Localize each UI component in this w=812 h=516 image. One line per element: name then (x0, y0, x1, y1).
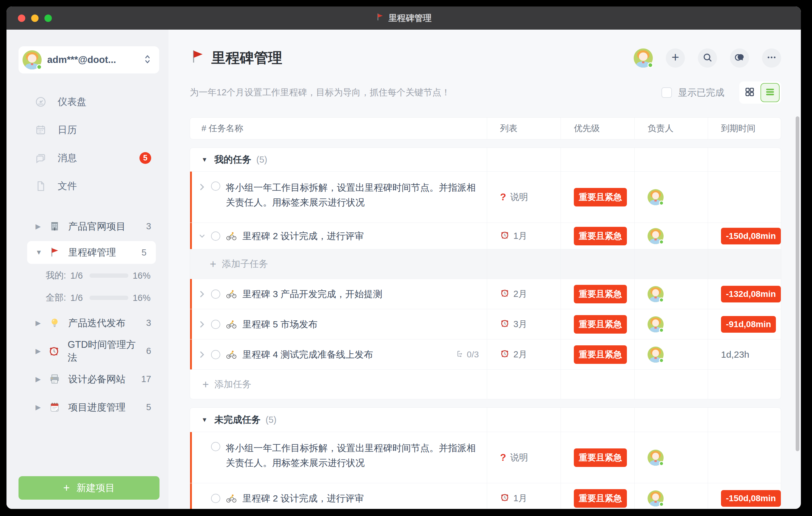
task-row[interactable]: 将小组一年工作目标拆解，设置出里程碑时间节点。并指派相关责任人。用标签来展示进行… (190, 171, 781, 223)
task-row[interactable]: 里程碑 2 设计完成，进行评审 1月 重要且紧急 -150d,08min (190, 223, 781, 249)
chevron-right-icon[interactable] (199, 350, 205, 359)
task-row[interactable]: 里程碑 4 测试完成准备线上发布 0/3 (190, 339, 781, 369)
sidebar-item-dashboard[interactable]: 仪表盘 (6, 88, 169, 116)
new-project-button[interactable]: + 新建项目 (19, 476, 160, 500)
chevron-down-icon[interactable] (199, 233, 205, 239)
progress-bar (89, 296, 128, 300)
minimize-button[interactable] (31, 15, 38, 22)
close-button[interactable] (18, 15, 25, 22)
due-badge: -91d,08min (721, 316, 776, 333)
printer-icon (49, 373, 61, 385)
sidebar-item-files[interactable]: 文件 (6, 172, 169, 200)
grid-icon (745, 87, 755, 98)
sidebar-project-milestone-selected[interactable]: ▼ 里程碑管理 5 (27, 241, 156, 264)
user-avatar[interactable] (634, 49, 653, 67)
task-row[interactable]: 里程碑 3 产品开发完成，开始提测 2月 重要且紧急 -132d,08min (190, 279, 781, 309)
search-button[interactable] (698, 49, 717, 67)
ellipsis-icon (766, 52, 777, 64)
assignee-avatar[interactable] (647, 490, 664, 507)
bulb-icon (49, 317, 61, 329)
task-row[interactable]: 里程碑 5 市场发布 3月 重要且紧急 -91d,08min (190, 309, 781, 339)
grid-view-button[interactable] (741, 84, 759, 102)
due-badge: -150d,08min (721, 228, 781, 245)
expanded-triangle-icon[interactable]: ▼ (201, 156, 208, 163)
sidebar-item-calendar[interactable]: 日历 (6, 116, 169, 144)
list-view-button[interactable] (760, 83, 780, 102)
task-checkbox[interactable] (211, 289, 220, 299)
sidebar-project-design-sites[interactable]: ▶ 设计必备网站 17 (6, 365, 169, 393)
progress-ratio: 1/6 (70, 293, 83, 303)
assignee-avatar[interactable] (647, 347, 664, 363)
task-title: 里程碑 5 市场发布 (242, 317, 317, 332)
chevron-right-icon[interactable] (199, 183, 205, 191)
cyclist-icon (226, 350, 237, 359)
task-checkbox[interactable] (211, 494, 220, 503)
project-count: 5 (146, 402, 151, 412)
more-button[interactable] (762, 49, 781, 67)
collapsed-triangle-icon[interactable]: ▶ (35, 375, 42, 383)
progress-label: 全部: (46, 292, 66, 304)
collapsed-triangle-icon[interactable]: ▶ (35, 223, 42, 231)
plus-icon: + (672, 51, 679, 64)
group-header[interactable]: ▼ 未完成任务 (5) (190, 408, 781, 432)
task-title: 里程碑 2 设计完成，进行评审 (242, 229, 364, 243)
assignee-avatar[interactable] (647, 316, 664, 333)
cyclist-icon (226, 320, 237, 329)
sidebar-item-messages[interactable]: 消息 5 (6, 144, 169, 172)
task-checkbox[interactable] (211, 181, 220, 191)
expanded-triangle-icon[interactable]: ▼ (201, 416, 208, 423)
window-title-text: 里程碑管理 (388, 12, 432, 24)
task-checkbox[interactable] (211, 442, 220, 451)
add-button[interactable]: + (666, 49, 685, 67)
task-checkbox[interactable] (211, 231, 220, 241)
assignee-avatar[interactable] (647, 228, 664, 244)
column-priority: 优先级 (560, 118, 634, 139)
assignee-avatar[interactable] (647, 286, 664, 302)
collapsed-triangle-icon[interactable]: ▶ (35, 319, 42, 327)
plus-icon: + (63, 482, 70, 494)
account-switcher[interactable]: adm***@doot... (19, 46, 159, 74)
chat-icon (734, 52, 745, 64)
expanded-triangle-icon[interactable]: ▼ (35, 249, 42, 256)
progress-ratio: 1/6 (70, 271, 83, 281)
task-title: 里程碑 2 设计完成，进行评审 (242, 491, 364, 506)
collapsed-triangle-icon[interactable]: ▶ (35, 403, 42, 411)
page-title: 里程碑管理 (190, 49, 282, 67)
messages-icon (35, 152, 47, 164)
assignee-avatar[interactable] (647, 450, 664, 466)
zoom-button[interactable] (45, 15, 52, 22)
list-label: 1月 (513, 230, 527, 242)
task-checkbox[interactable] (211, 320, 220, 329)
alarm-icon (500, 288, 509, 300)
sidebar-project-schedule[interactable]: ▶ 项目进度管理 5 (6, 393, 169, 421)
chat-button[interactable] (730, 49, 749, 67)
chevron-right-icon[interactable] (199, 320, 205, 329)
sidebar-project-iteration[interactable]: ▶ 产品迭代发布 3 (6, 309, 169, 337)
task-table: # 任务名称 列表 优先级 负责人 到期时间 ▼ 我的任务 (5) (190, 117, 781, 509)
tear-calendar-icon (49, 402, 61, 413)
flag-icon (376, 13, 384, 24)
show-completed-checkbox[interactable] (662, 87, 672, 98)
chevron-right-icon[interactable] (199, 290, 205, 298)
header-actions: + (634, 49, 781, 67)
due-text: 1d,23h (721, 349, 749, 360)
task-row[interactable]: 将小组一年工作目标拆解，设置出里程碑时间节点。并指派相关责任人。用标签来展示进行… (190, 432, 781, 483)
sidebar-project-website[interactable]: ▶ 产品官网项目 3 (6, 212, 169, 240)
project-label: 设计必备网站 (68, 373, 125, 386)
cyclist-icon (226, 289, 237, 299)
project-count: 3 (146, 221, 151, 231)
task-checkbox[interactable] (211, 350, 220, 359)
group-header[interactable]: ▼ 我的任务 (5) (190, 148, 781, 171)
vertical-scrollbar[interactable] (796, 116, 799, 451)
add-subtask-row[interactable]: + 添加子任务 (190, 249, 781, 279)
sidebar-project-gtd[interactable]: ▶ GTD时间管理方法 6 (6, 337, 169, 365)
subtask-indicator: 0/3 (456, 350, 479, 360)
assignee-avatar[interactable] (647, 189, 664, 205)
project-label: 产品官网项目 (68, 220, 125, 233)
due-badge: -150d,08min (721, 490, 781, 507)
collapsed-triangle-icon[interactable]: ▶ (35, 347, 41, 355)
question-icon: ? (500, 452, 506, 463)
progress-percent: 16% (133, 271, 150, 281)
add-task-row[interactable]: + 添加任务 (190, 369, 781, 399)
task-row[interactable]: 里程碑 2 设计完成，进行评审 1月 重要且紧急 -150d,08min (190, 483, 781, 509)
